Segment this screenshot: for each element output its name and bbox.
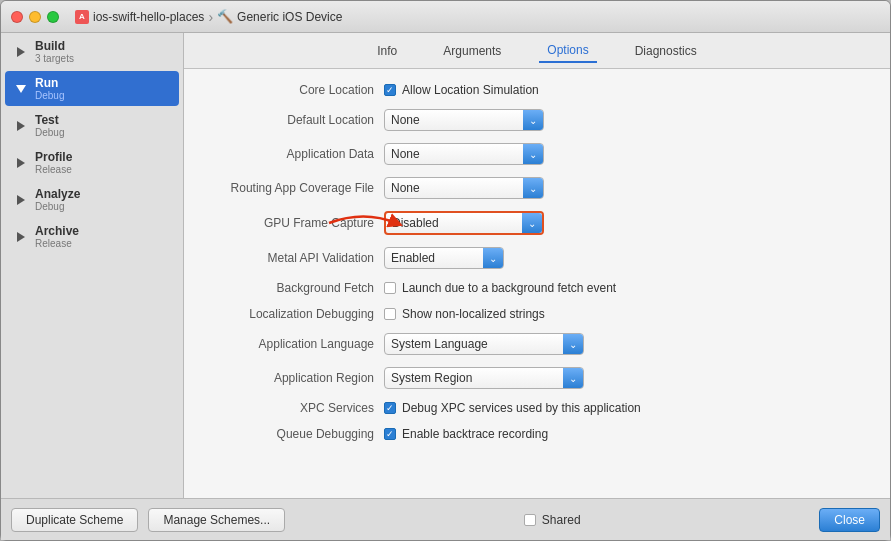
breadcrumb: A ios-swift-hello-places › 🔨 Generic iOS… [75, 9, 342, 25]
archive-icon [13, 229, 29, 245]
default-location-row: Default Location None ⌄ [204, 109, 870, 131]
maximize-button[interactable] [47, 11, 59, 23]
background-fetch-label: Background Fetch [204, 281, 384, 295]
application-language-control: System Language ⌄ [384, 333, 870, 355]
metal-api-select[interactable]: Enabled ⌄ [384, 247, 504, 269]
core-location-checkbox-container[interactable]: Allow Location Simulation [384, 83, 539, 97]
run-subtitle: Debug [35, 90, 64, 101]
run-icon [13, 81, 29, 97]
application-region-label: Application Region [204, 371, 384, 385]
routing-app-select[interactable]: None ⌄ [384, 177, 544, 199]
core-location-control: Allow Location Simulation [384, 83, 870, 97]
xpc-services-row: XPC Services Debug XPC services used by … [204, 401, 870, 415]
gpu-frame-capture-row: GPU Frame Capture Disabled ⌄ [204, 211, 870, 235]
queue-debugging-label: Queue Debugging [204, 427, 384, 441]
application-data-row: Application Data None ⌄ [204, 143, 870, 165]
core-location-label: Core Location [204, 83, 384, 97]
queue-debugging-row: Queue Debugging Enable backtrace recordi… [204, 427, 870, 441]
analyze-icon [13, 192, 29, 208]
application-data-select[interactable]: None ⌄ [384, 143, 544, 165]
sidebar-item-profile[interactable]: Profile Release [5, 145, 179, 180]
close-button[interactable]: Close [819, 508, 880, 532]
analyze-subtitle: Debug [35, 201, 80, 212]
xpc-services-checkbox-container[interactable]: Debug XPC services used by this applicat… [384, 401, 641, 415]
metal-api-label: Metal API Validation [204, 251, 384, 265]
localization-debugging-checkbox[interactable] [384, 308, 396, 320]
localization-debugging-checkbox-container[interactable]: Show non-localized strings [384, 307, 545, 321]
right-panel: Info Arguments Options Diagnostics Core … [184, 33, 890, 498]
gpu-frame-capture-select[interactable]: Disabled ⌄ [384, 211, 544, 235]
application-language-arrow: ⌄ [563, 334, 583, 354]
application-region-select[interactable]: System Region ⌄ [384, 367, 584, 389]
profile-subtitle: Release [35, 164, 72, 175]
sidebar-item-archive[interactable]: Archive Release [5, 219, 179, 254]
sidebar-item-run[interactable]: Run Debug [5, 71, 179, 106]
routing-app-row: Routing App Coverage File None ⌄ [204, 177, 870, 199]
build-subtitle: 3 targets [35, 53, 74, 64]
application-language-row: Application Language System Language ⌄ [204, 333, 870, 355]
default-location-value: None [391, 113, 420, 127]
test-icon [13, 118, 29, 134]
metal-api-row: Metal API Validation Enabled ⌄ [204, 247, 870, 269]
device-name: Generic iOS Device [237, 10, 342, 24]
background-fetch-checkbox-label: Launch due to a background fetch event [402, 281, 616, 295]
sidebar-item-analyze[interactable]: Analyze Debug [5, 182, 179, 217]
queue-debugging-checkbox[interactable] [384, 428, 396, 440]
application-data-control: None ⌄ [384, 143, 870, 165]
background-fetch-control: Launch due to a background fetch event [384, 281, 870, 295]
xpc-services-checkbox[interactable] [384, 402, 396, 414]
core-location-checkbox-label: Allow Location Simulation [402, 83, 539, 97]
duplicate-scheme-button[interactable]: Duplicate Scheme [11, 508, 138, 532]
analyze-text: Analyze Debug [35, 187, 80, 212]
bottom-bar: Duplicate Scheme Manage Schemes... Share… [1, 498, 890, 540]
application-data-value: None [391, 147, 420, 161]
metal-api-value: Enabled [391, 251, 435, 265]
test-text: Test Debug [35, 113, 64, 138]
xpc-services-control: Debug XPC services used by this applicat… [384, 401, 870, 415]
tab-arguments[interactable]: Arguments [435, 40, 509, 62]
background-fetch-checkbox[interactable] [384, 282, 396, 294]
default-location-control: None ⌄ [384, 109, 870, 131]
archive-subtitle: Release [35, 238, 79, 249]
core-location-checkbox[interactable] [384, 84, 396, 96]
red-arrow-annotation [324, 208, 404, 238]
application-data-arrow: ⌄ [523, 144, 543, 164]
manage-schemes-button[interactable]: Manage Schemes... [148, 508, 285, 532]
application-region-control: System Region ⌄ [384, 367, 870, 389]
sidebar-item-build[interactable]: Build 3 targets [5, 34, 179, 69]
profile-text: Profile Release [35, 150, 72, 175]
queue-debugging-checkbox-container[interactable]: Enable backtrace recording [384, 427, 548, 441]
gpu-frame-capture-control: Disabled ⌄ [384, 211, 870, 235]
queue-debugging-checkbox-label: Enable backtrace recording [402, 427, 548, 441]
titlebar: A ios-swift-hello-places › 🔨 Generic iOS… [1, 1, 890, 33]
localization-debugging-checkbox-label: Show non-localized strings [402, 307, 545, 321]
run-text: Run Debug [35, 76, 64, 101]
core-location-row: Core Location Allow Location Simulation [204, 83, 870, 97]
archive-title: Archive [35, 224, 79, 238]
test-title: Test [35, 113, 64, 127]
run-title: Run [35, 76, 64, 90]
settings-area: Core Location Allow Location Simulation … [184, 69, 890, 498]
tab-info[interactable]: Info [369, 40, 405, 62]
project-name: ios-swift-hello-places [93, 10, 204, 24]
close-window-button[interactable] [11, 11, 23, 23]
build-icon [13, 44, 29, 60]
sidebar-item-test[interactable]: Test Debug [5, 108, 179, 143]
tab-options[interactable]: Options [539, 39, 596, 63]
application-language-label: Application Language [204, 337, 384, 351]
default-location-arrow: ⌄ [523, 110, 543, 130]
background-fetch-checkbox-container[interactable]: Launch due to a background fetch event [384, 281, 616, 295]
tab-diagnostics[interactable]: Diagnostics [627, 40, 705, 62]
project-icon: A [75, 10, 89, 24]
minimize-button[interactable] [29, 11, 41, 23]
queue-debugging-control: Enable backtrace recording [384, 427, 870, 441]
shared-checkbox[interactable] [524, 514, 536, 526]
default-location-select[interactable]: None ⌄ [384, 109, 544, 131]
application-language-select[interactable]: System Language ⌄ [384, 333, 584, 355]
application-region-row: Application Region System Region ⌄ [204, 367, 870, 389]
localization-debugging-row: Localization Debugging Show non-localize… [204, 307, 870, 321]
application-region-arrow: ⌄ [563, 368, 583, 388]
build-title: Build [35, 39, 74, 53]
metal-api-arrow: ⌄ [483, 248, 503, 268]
metal-api-control: Enabled ⌄ [384, 247, 870, 269]
